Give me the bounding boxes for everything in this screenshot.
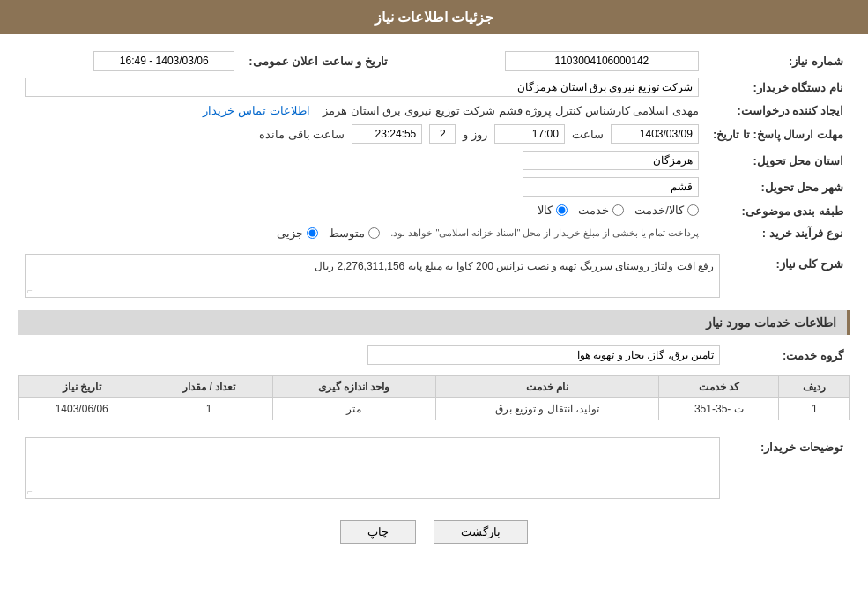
- service-group-input[interactable]: [367, 345, 720, 365]
- remaining-time-input[interactable]: [352, 124, 422, 144]
- announce-input[interactable]: [93, 51, 234, 71]
- city-value: [18, 174, 706, 200]
- send-date-group: ساعت روز و ساعت باقی مانده: [25, 124, 699, 144]
- table-row: 1ت -35-351تولید، انتقال و توزیع برقمتر11…: [19, 398, 850, 420]
- announce-label: تاریخ و ساعت اعلان عمومی:: [241, 48, 405, 74]
- buyer-comments-table: توضیحات خریدار: ⌐: [18, 434, 850, 502]
- creator-link[interactable]: اطلاعات تماس خریدار: [203, 104, 309, 117]
- services-table-body: 1ت -35-351تولید، انتقال و توزیع برقمتر11…: [19, 398, 850, 420]
- back-button[interactable]: بازگشت: [434, 520, 528, 544]
- description-text: رفع افت ولتاژ روستای سرریگ تهیه و نصب تر…: [315, 260, 714, 272]
- table-row: ایجاد کننده درخواست: مهدی اسلامی کارشناس…: [18, 100, 850, 121]
- radio-motevaset-label: متوسط: [329, 227, 365, 240]
- resize-icon: ⌐: [27, 286, 33, 295]
- city-input[interactable]: [523, 177, 699, 197]
- description-label: شرح کلی نیاز:: [727, 250, 850, 301]
- purchase-type-jozi[interactable]: جزیی: [277, 227, 318, 240]
- remaining-time-label: ساعت باقی مانده: [259, 128, 345, 141]
- services-table: ردیف کد خدمت نام خدمت واحد اندازه گیری ت…: [18, 375, 850, 420]
- need-number-label: شماره نیاز:: [706, 48, 850, 74]
- service-group-row: گروه خدمت:: [18, 342, 850, 368]
- radio-kala-khidmat-label: کالا/خدمت: [634, 204, 684, 217]
- page-header: جزئیات اطلاعات نیاز: [0, 0, 868, 34]
- table-row: مهلت ارسال پاسخ: تا تاریخ: ساعت روز و سا…: [18, 121, 850, 147]
- header-row: ردیف کد خدمت نام خدمت واحد اندازه گیری ت…: [19, 376, 850, 398]
- purchase-type-radio-group: پرداخت تمام یا بخشی از مبلغ خریدار از مح…: [277, 227, 699, 240]
- content-area: شماره نیاز: تاریخ و ساعت اعلان عمومی: نا…: [0, 34, 868, 575]
- cell-row: 1: [779, 398, 850, 420]
- service-info-title: اطلاعات خدمات مورد نیاز: [18, 310, 850, 335]
- need-number-value: [405, 48, 706, 74]
- description-row: شرح کلی نیاز: رفع افت ولتاژ روستای سرریگ…: [18, 250, 850, 301]
- need-number-input[interactable]: [505, 51, 699, 71]
- creator-text: مهدی اسلامی کارشناس کنترل پروژه قشم شرکت…: [323, 104, 699, 117]
- creator-label: ایجاد کننده درخواست:: [706, 100, 850, 121]
- resize-icon2: ⌐: [27, 486, 33, 496]
- info-table: شماره نیاز: تاریخ و ساعت اعلان عمومی: نا…: [18, 48, 850, 243]
- table-row: استان محل تحویل:: [18, 147, 850, 174]
- announce-value: [18, 48, 241, 74]
- description-value: رفع افت ولتاژ روستای سرریگ تهیه و نصب تر…: [18, 250, 727, 301]
- col-name: نام خدمت: [435, 376, 659, 398]
- category-options: کالا/خدمت خدمت کالا: [18, 200, 706, 222]
- page-wrapper: جزئیات اطلاعات نیاز شماره نیاز: تاریخ و …: [0, 0, 868, 609]
- print-button[interactable]: چاپ: [340, 520, 416, 544]
- purchase-type-label: نوع فرآیند خرید :: [706, 222, 850, 243]
- page-title: جزئیات اطلاعات نیاز: [375, 10, 494, 25]
- description-box: رفع افت ولتاژ روستای سرریگ تهیه و نصب تر…: [25, 254, 720, 298]
- send-date-row: ساعت روز و ساعت باقی مانده: [18, 121, 706, 147]
- table-row: نام دستگاه خریدار:: [18, 74, 850, 100]
- description-table: شرح کلی نیاز: رفع افت ولتاژ روستای سرریگ…: [18, 250, 850, 301]
- col-count: تعداد / مقدار: [145, 376, 272, 398]
- service-group-value: [18, 342, 727, 368]
- purchase-type-motevaset[interactable]: متوسط: [329, 227, 380, 240]
- footer-buttons: بازگشت چاپ: [18, 520, 850, 561]
- send-date-input[interactable]: [611, 124, 699, 144]
- send-date-label: مهلت ارسال پاسخ: تا تاریخ:: [706, 121, 850, 147]
- city-label: شهر محل تحویل:: [706, 174, 850, 200]
- purchase-type-note: پرداخت تمام یا بخشی از مبلغ خریدار از مح…: [390, 227, 699, 239]
- radio-khidmat[interactable]: [612, 204, 624, 216]
- province-input[interactable]: [523, 151, 699, 170]
- cell-unit: متر: [272, 398, 435, 420]
- buyer-input[interactable]: [25, 78, 699, 97]
- category-label: طبقه بندی موضوعی:: [706, 200, 850, 222]
- buyer-comments-row: توضیحات خریدار: ⌐: [18, 434, 850, 502]
- creator-value: مهدی اسلامی کارشناس کنترل پروژه قشم شرکت…: [18, 100, 706, 121]
- category-kala[interactable]: کالا: [538, 204, 568, 217]
- radio-kala[interactable]: [556, 204, 568, 216]
- cell-count: 1: [145, 398, 272, 420]
- radio-kala-khidmat[interactable]: [687, 204, 699, 216]
- cell-date: 1403/06/06: [19, 398, 145, 420]
- cell-name: تولید، انتقال و توزیع برق: [435, 398, 659, 420]
- col-row: ردیف: [779, 376, 850, 398]
- category-khidmat[interactable]: خدمت: [578, 204, 624, 217]
- table-row: شماره نیاز: تاریخ و ساعت اعلان عمومی:: [18, 48, 850, 74]
- radio-kala-label: کالا: [538, 204, 553, 217]
- table-row: نوع فرآیند خرید : پرداخت تمام یا بخشی از…: [18, 222, 850, 243]
- province-label: استان محل تحویل:: [706, 147, 850, 174]
- radio-jozi[interactable]: [307, 227, 318, 239]
- remaining-days-label: روز و: [463, 128, 487, 141]
- service-group-label: گروه خدمت:: [727, 342, 850, 368]
- services-table-header: ردیف کد خدمت نام خدمت واحد اندازه گیری ت…: [19, 376, 850, 398]
- remaining-days-input[interactable]: [429, 124, 456, 144]
- radio-motevaset[interactable]: [368, 227, 380, 239]
- province-value: [18, 147, 706, 174]
- col-date: تاریخ نیاز: [19, 376, 145, 398]
- radio-jozi-label: جزیی: [277, 227, 303, 240]
- category-kala-khidmat[interactable]: کالا/خدمت: [634, 204, 699, 217]
- buyer-label: نام دستگاه خریدار:: [706, 74, 850, 100]
- buyer-comments-box: ⌐: [25, 437, 720, 499]
- buyer-comments-label: توضیحات خریدار:: [727, 434, 850, 502]
- send-time-input[interactable]: [494, 124, 565, 144]
- cell-code: ت -35-351: [659, 398, 779, 420]
- radio-khidmat-label: خدمت: [578, 204, 609, 217]
- table-row: طبقه بندی موضوعی: کالا/خدمت خدمت: [18, 200, 850, 222]
- purchase-type-options: پرداخت تمام یا بخشی از مبلغ خریدار از مح…: [18, 222, 706, 243]
- col-code: کد خدمت: [659, 376, 779, 398]
- buyer-comments-value: ⌐: [18, 434, 727, 502]
- table-row: شهر محل تحویل:: [18, 174, 850, 200]
- category-radio-group: کالا/خدمت خدمت کالا: [538, 204, 699, 217]
- buyer-value: [18, 74, 706, 100]
